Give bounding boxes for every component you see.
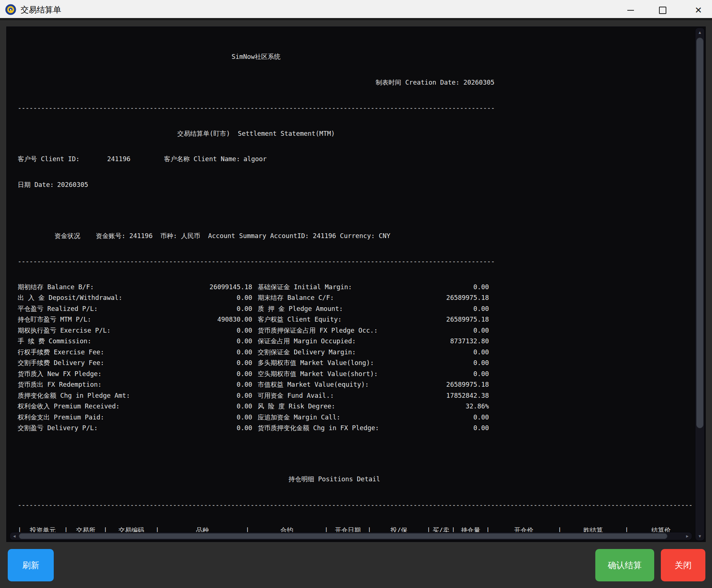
summary-label: 可用资金 Fund Avail.: [252,390,431,401]
summary-value: 0.00 [161,369,252,380]
statement-title: 交易结算单(盯市) Settlement Statement(MTM) [18,128,494,139]
creation-date-line: 制表时间 Creation Date: 20260305 [18,77,494,88]
summary-value: 0.00 [431,304,489,315]
summary-value: 0.00 [161,336,252,347]
summary-row: 行权手续费 Exercise Fee:0.00交割保证金 Delivery Ma… [18,347,494,358]
separator-line-long: ----------------------------------------… [18,500,694,511]
client-name-value: algoor [243,155,267,163]
scroll-right-icon[interactable]: ► [684,532,691,540]
summary-row: 期初结存 Balance B/F:26099145.18基础保证金 Initia… [18,282,494,293]
summary-value: 26589975.18 [431,379,489,390]
positions-title: 持仓明细 Positions Detail [18,474,651,485]
minimize-button[interactable] [623,2,639,18]
maximize-button[interactable] [655,2,671,18]
scroll-up-icon[interactable]: ▲ [695,29,704,36]
horizontal-scrollbar[interactable]: ◄ ► [10,532,692,540]
summary-value: 0.00 [161,379,252,390]
account-summary-header: 资金状况 资金账号: 241196 币种: 人民币 Account Summar… [18,231,494,242]
summary-row: 质押变化金额 Chg in Pledge Amt:0.00可用资金 Fund A… [18,390,494,401]
summary-row: 交割手续费 Delivery Fee:0.00多头期权市值 Market Val… [18,358,494,369]
summary-label: 风 险 度 Risk Degree: [252,401,431,412]
summary-value: 0.00 [161,304,252,315]
summary-label: 质押变化金额 Chg in Pledge Amt: [18,390,161,401]
summary-value: 490830.00 [161,314,252,325]
close-statement-button[interactable]: 关闭 [661,549,705,581]
summary-label: 权利金支出 Premium Paid: [18,412,161,423]
summary-value: 0.00 [431,325,489,336]
summary-value: 0.00 [431,412,489,423]
summary-label: 货币质押保证金占用 FX Pledge Occ.: [252,325,431,336]
summary-value: 0.00 [161,325,252,336]
date-line: 日期 Date:20260305 [18,180,494,191]
client-id-value: 241196 [107,155,130,163]
summary-value: 0.00 [161,358,252,369]
summary-row: 期权执行盈亏 Exercise P/L:0.00货币质押保证金占用 FX Ple… [18,325,494,336]
client-line: 客户号 Client ID:241196客户名称 Client Name:alg… [18,154,494,165]
scroll-left-icon[interactable]: ◄ [11,532,18,540]
summary-label: 期初结存 Balance B/F: [18,282,161,293]
vertical-scroll-thumb[interactable] [696,38,704,428]
refresh-button[interactable]: 刷新 [8,549,54,581]
summary-value: 0.00 [431,347,489,358]
summary-label: 期权执行盈亏 Exercise P/L: [18,325,161,336]
client-name-label: 客户名称 Client Name: [164,155,240,163]
horizontal-scroll-thumb[interactable] [19,533,667,539]
blank-line [18,205,494,216]
blank-line [18,449,494,460]
vertical-scrollbar[interactable]: ▲ ▼ [695,28,705,541]
summary-row: 平仓盈亏 Realized P/L:0.00质 押 金 Pledge Amoun… [18,304,494,315]
summary-value: 0.00 [161,423,252,434]
summary-label: 质 押 金 Pledge Amount: [252,304,431,315]
client-name-pair: 客户名称 Client Name:algoor [164,154,267,165]
client-id-label: 客户号 Client ID: [18,154,107,165]
summary-label: 保证金占用 Margin Occupied: [252,336,431,347]
summary-label: 交割保证金 Delivery Margin: [252,347,431,358]
summary-row: 权利金支出 Premium Paid:0.00应追加资金 Margin Call… [18,412,494,423]
statement-text: SimNow社区系统 制表时间 Creation Date: 20260305 … [7,27,694,535]
close-button[interactable]: ✕ [690,2,706,18]
summary-value: 0.00 [431,369,489,380]
settlement-window: 交易结算单 ✕ SimNow社区系统 制表时间 Creation Date: 2… [0,0,712,588]
close-icon: ✕ [695,6,702,15]
summary-label: 应追加资金 Margin Call: [252,412,431,423]
confirm-settlement-button[interactable]: 确认结算 [595,549,654,581]
window-title: 交易结算单 [21,4,61,15]
summary-value: 0.00 [431,282,489,293]
summary-label: 市值权益 Market Value(equity): [252,379,431,390]
summary-value: 26589975.18 [431,314,489,325]
summary-label: 客户权益 Client Equity: [252,314,431,325]
summary-label: 多头期权市值 Market Value(long): [252,358,431,369]
summary-value: 0.00 [161,293,252,304]
summary-value: 0.00 [161,347,252,358]
summary-label: 平仓盈亏 Realized P/L: [18,304,161,315]
summary-row: 交割盈亏 Delivery P/L:0.00货币质押变化金额 Chg in FX… [18,423,494,434]
statement-frame: SimNow社区系统 制表时间 Creation Date: 20260305 … [6,26,706,542]
summary-label: 空头期权市值 Market Value(short): [252,369,431,380]
date-value: 20260305 [57,181,88,188]
summary-row: 权利金收入 Premium Received:0.00风 险 度 Risk De… [18,401,494,412]
summary-value: 0.00 [161,412,252,423]
summary-label: 货币质出 FX Redemption: [18,379,161,390]
summary-row: 货币质入 New FX Pledge:0.00空头期权市值 Market Val… [18,369,494,380]
account-summary-rows: 期初结存 Balance B/F:26099145.18基础保证金 Initia… [18,282,694,434]
date-label: 日期 Date: [18,181,54,188]
scroll-down-icon[interactable]: ▼ [695,532,704,540]
separator-line: ----------------------------------------… [18,256,494,267]
summary-row: 持仓盯市盈亏 MTM P/L:490830.00客户权益 Client Equi… [18,314,494,325]
summary-value: 8737132.80 [431,336,489,347]
maximize-icon [659,7,666,14]
summary-label: 交割盈亏 Delivery P/L: [18,423,161,434]
summary-label: 权利金收入 Premium Received: [18,401,161,412]
summary-value: 26099145.18 [161,282,252,293]
system-title: SimNow社区系统 [18,52,494,63]
summary-label: 出 入 金 Deposit/Withdrawal: [18,293,161,304]
summary-label: 手 续 费 Commission: [18,336,161,347]
summary-value: 0.00 [431,423,489,434]
separator-line: ----------------------------------------… [18,103,494,114]
app-logo-icon [5,4,16,15]
summary-value: 17852842.38 [431,390,489,401]
summary-label: 基础保证金 Initial Margin: [252,282,431,293]
summary-label: 行权手续费 Exercise Fee: [18,347,161,358]
summary-row: 手 续 费 Commission:0.00保证金占用 Margin Occupi… [18,336,494,347]
summary-value: 0.00 [161,401,252,412]
